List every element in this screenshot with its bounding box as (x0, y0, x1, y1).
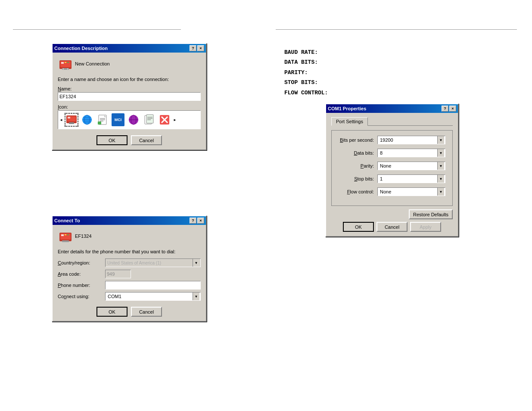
connect-to-help-btn[interactable]: ? (190, 218, 196, 224)
bits-per-second-row: Bits per second: 19200 ▼ (339, 136, 445, 144)
country-dropdown-arrow[interactable]: ▼ (193, 259, 199, 267)
restore-defaults-btn[interactable]: Restore Defaults (409, 209, 453, 219)
name-input[interactable] (58, 92, 201, 101)
com1-content: Port Settings Bits per second: 19200 ▼ D… (326, 113, 458, 236)
stop-bits-arrow[interactable]: ▼ (437, 175, 444, 183)
svg-rect-10 (68, 117, 70, 118)
icon-item-3[interactable] (96, 113, 109, 127)
flow-control-select[interactable]: None ▼ (377, 187, 445, 196)
com1-properties-dialog: COM1 Properties ? × Port Settings Bits p… (325, 103, 459, 237)
stop-bits-label: STOP BITS: (284, 78, 328, 87)
com1-close-btn[interactable]: × (449, 106, 456, 112)
icon-item-6[interactable] (142, 113, 156, 127)
scroll-left-arrow[interactable]: ◄ (59, 118, 63, 122)
bits-per-second-select[interactable]: 19200 ▼ (377, 136, 445, 144)
stop-bits-row: Stop bits: 1 ▼ (339, 174, 445, 183)
country-row: Country/region: United States of America… (58, 258, 201, 267)
conn-desc-ok-btn[interactable]: OK (96, 135, 128, 145)
parity-label-field: Parity: (339, 163, 377, 168)
conn-desc-cancel-btn[interactable]: Cancel (131, 135, 162, 145)
data-bits-label: DATA BITS: (284, 57, 328, 67)
phone-label: Phone number: (58, 283, 105, 288)
svg-rect-36 (61, 234, 64, 236)
conn-desc-controls: ? × (190, 45, 204, 51)
conn-desc-icon (58, 57, 72, 71)
top-rule-right (276, 29, 517, 30)
conn-desc-titlebar: Connection Description ? × (53, 44, 206, 53)
connect-using-value: COM1 (106, 294, 123, 299)
icon-label: Icon: (58, 104, 201, 109)
area-code-label: Area code: (58, 271, 105, 277)
bits-per-second-label: Bits per second: (339, 137, 377, 143)
conn-desc-content: New Connection Enter a name and choose a… (53, 53, 206, 149)
restore-btn-row: Restore Defaults (331, 209, 453, 219)
com1-controls: ? × (442, 106, 456, 112)
com1-btn-row: OK Cancel Apply (331, 222, 453, 232)
com1-help-btn[interactable]: ? (442, 106, 448, 112)
connect-to-controls: ? × (190, 218, 204, 224)
conn-desc-title: Connection Description (54, 46, 190, 51)
svg-rect-4 (67, 62, 69, 63)
connect-using-row: Connect using: COM1 ▼ (58, 292, 201, 301)
flow-control-value: None (379, 189, 391, 194)
svg-rect-22 (98, 121, 101, 125)
connect-using-select[interactable]: COM1 ▼ (105, 292, 201, 301)
com1-apply-btn[interactable]: Apply (410, 222, 441, 232)
icon-item-4[interactable]: MCI (111, 113, 125, 127)
svg-rect-3 (65, 62, 66, 63)
stop-bits-select[interactable]: 1 ▼ (377, 174, 445, 183)
flow-control-arrow[interactable]: ▼ (437, 188, 444, 196)
phone-input[interactable] (105, 281, 201, 290)
country-value: United States of America (1) (106, 261, 162, 265)
svg-rect-27 (146, 115, 153, 123)
data-bits-label: Data bits: (339, 150, 377, 156)
connect-using-arrow[interactable]: ▼ (193, 293, 199, 300)
data-bits-value: 8 (379, 150, 383, 156)
flow-control-row: Flow control: None ▼ (339, 187, 445, 196)
data-bits-select[interactable]: 8 ▼ (377, 149, 445, 157)
scroll-right-arrow[interactable]: ► (173, 118, 177, 122)
stop-bits-label: Stop bits: (339, 176, 377, 181)
country-label: Country/region: (58, 260, 105, 265)
icon-item-5[interactable] (127, 113, 140, 127)
baud-rate-label: BAUD RATE: (284, 47, 328, 57)
svg-point-6 (63, 68, 64, 70)
connect-to-content: EF1324 Enter details for the phone numbe… (53, 225, 206, 321)
connect-to-title: Connect To (54, 218, 190, 223)
com1-ok-btn[interactable]: OK (343, 222, 374, 232)
phone-row: Phone number: (58, 281, 201, 290)
connect-to-dialog: Connect To ? × EF1324 Enter details for … (52, 215, 207, 322)
bits-per-second-value: 19200 (379, 137, 393, 143)
com1-cancel-btn[interactable]: Cancel (376, 222, 408, 232)
icon-item-7[interactable] (158, 113, 171, 127)
connection-description-dialog: Connection Description ? × New C (52, 43, 207, 150)
bits-per-second-arrow[interactable]: ▼ (437, 136, 444, 144)
svg-rect-11 (69, 122, 74, 124)
com1-tab-bar: Port Settings (331, 117, 453, 126)
port-settings-tab[interactable]: Port Settings (331, 117, 368, 126)
connect-using-label: Connect using: (58, 294, 105, 299)
top-rule-left (13, 29, 181, 30)
area-code-input[interactable] (105, 270, 131, 278)
parity-arrow[interactable]: ▼ (437, 162, 444, 170)
icon-item-2[interactable] (80, 113, 94, 127)
connect-to-cancel-btn[interactable]: Cancel (131, 307, 162, 317)
connect-to-close-btn[interactable]: × (197, 218, 204, 224)
icon-row: ◄ (58, 110, 201, 129)
right-labels-section: BAUD RATE: DATA BITS: PARITY: STOP BITS:… (284, 47, 328, 98)
conn-desc-btn-row: OK Cancel (58, 135, 201, 145)
conn-desc-help-btn[interactable]: ? (190, 45, 196, 51)
connect-to-icon (58, 229, 72, 243)
country-select[interactable]: United States of America (1) ▼ (105, 258, 201, 267)
conn-desc-close-btn[interactable]: × (197, 45, 204, 51)
parity-row: Parity: None ▼ (339, 162, 445, 170)
flow-control-label: FLOW CONTROL: (284, 88, 328, 98)
conn-desc-icon-row: New Connection (58, 57, 201, 71)
connect-to-prompt: Enter details for the phone number that … (58, 249, 201, 254)
parity-select[interactable]: None ▼ (377, 162, 445, 170)
svg-rect-39 (62, 240, 69, 242)
icon-item-1[interactable] (65, 113, 78, 127)
connect-to-ok-btn[interactable]: OK (96, 307, 128, 317)
conn-desc-prompt: Enter a name and choose an icon for the … (58, 77, 201, 82)
data-bits-arrow[interactable]: ▼ (437, 149, 444, 157)
